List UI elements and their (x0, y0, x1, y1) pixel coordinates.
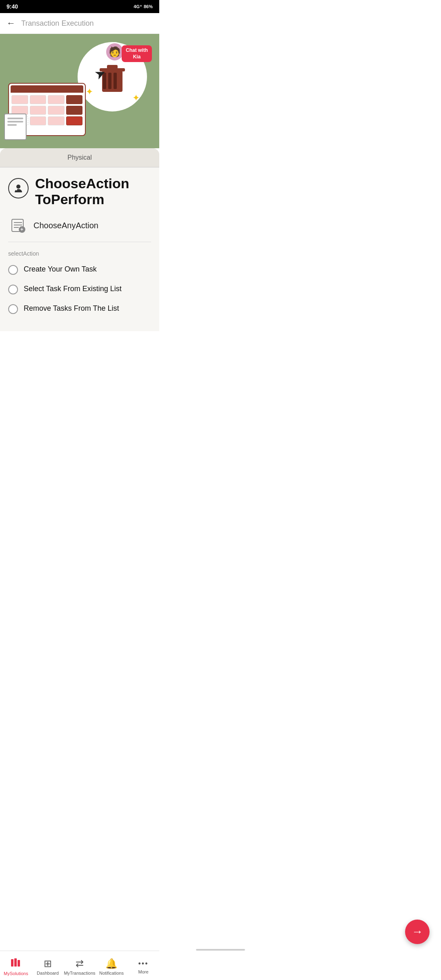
cal-cell (48, 116, 65, 125)
user-action-icon (8, 178, 29, 198)
cal-cell (30, 95, 47, 104)
radio-label-2: Select Task From Existing List (24, 284, 122, 294)
radio-circle-1[interactable] (8, 265, 18, 275)
status-time: 9:40 (7, 3, 18, 10)
cal-cell-dark (66, 106, 83, 115)
action-title: ChooseAction ToPerform (35, 176, 129, 207)
sparkle-3: ✦ (132, 93, 140, 103)
status-icons: 4G⁺ 86% (134, 4, 153, 9)
cal-cell (11, 95, 28, 104)
status-bar: 9:40 4G⁺ 86% (0, 0, 159, 13)
content-card: Physical ChooseAction ToPerform (0, 148, 159, 331)
trash-svg: ➤ (94, 58, 131, 95)
svg-point-7 (16, 185, 20, 189)
svg-rect-5 (107, 65, 118, 69)
cal-cell (30, 106, 47, 115)
cal-cell (48, 106, 65, 115)
action-title-row: ChooseAction ToPerform (8, 176, 151, 207)
sparkle-2: ✦ (86, 87, 93, 97)
radio-option-3[interactable]: Remove Tasks From The List (8, 303, 151, 314)
radio-options-list: Create Your Own Task Select Task From Ex… (8, 264, 151, 314)
svg-rect-3 (114, 73, 117, 89)
radio-option-2[interactable]: Select Task From Existing List (8, 284, 151, 294)
choose-any-action-text: ChooseAnyAction (33, 221, 98, 230)
top-bar: ← Transaction Execution (0, 13, 159, 34)
radio-label-1: Create Your Own Task (24, 264, 97, 274)
cal-cell (30, 116, 47, 125)
radio-circle-3[interactable] (8, 304, 18, 314)
card-inner: ChooseAction ToPerform + ChooseAnyAction (0, 167, 159, 331)
page-title: Transaction Execution (21, 19, 94, 28)
back-button[interactable]: ← (7, 18, 16, 29)
document-illustration (4, 114, 27, 140)
section-label: Physical (0, 148, 159, 167)
battery-icon: 86% (144, 4, 153, 9)
svg-text:+: + (20, 227, 23, 232)
radio-option-1[interactable]: Create Your Own Task (8, 264, 151, 275)
calendar-header (11, 85, 83, 93)
select-action-label: selectAction (8, 250, 151, 257)
hero-illustration: 🧑 Chat with Kia ➤ ✦ ✦ ✦ (0, 34, 159, 148)
choose-any-action-row: + ChooseAnyAction (8, 216, 151, 242)
radio-label-3: Remove Tasks From The List (24, 303, 119, 313)
svg-rect-2 (108, 73, 111, 89)
cal-cell-dark (66, 116, 83, 125)
cal-cell (48, 95, 65, 104)
chat-bubble[interactable]: Chat with Kia (122, 45, 152, 62)
cal-cell-dark (66, 95, 83, 104)
radio-circle-2[interactable] (8, 285, 18, 294)
choose-any-icon: + (8, 216, 28, 235)
signal-icon: 4G⁺ (134, 4, 142, 9)
